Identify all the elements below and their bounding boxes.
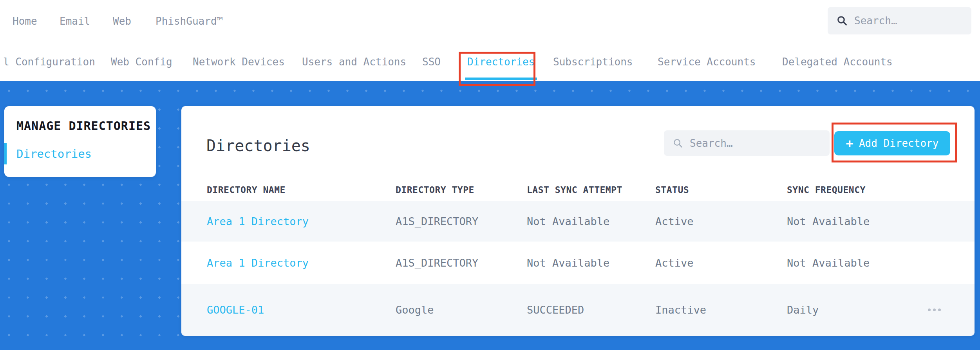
side-panel: MANAGE DIRECTORIES Directories <box>4 106 156 177</box>
ellipsis-icon <box>928 309 931 311</box>
status-cell: Inactive <box>655 304 787 316</box>
nav-item-phishguard[interactable]: PhishGuard™ <box>155 0 223 42</box>
ellipsis-icon <box>938 309 941 311</box>
nav-item-email[interactable]: Email <box>60 0 90 42</box>
secondary-tab-bar: l Configuration Web Config Network Devic… <box>0 43 980 81</box>
active-item-bar <box>4 143 7 164</box>
column-header-sync-frequency: SYNC FREQUENCY <box>787 185 926 195</box>
tab-network-devices[interactable]: Network Devices <box>193 43 285 81</box>
directory-type-cell: A1S_DIRECTORY <box>396 257 527 269</box>
tab-directories[interactable]: Directories <box>467 43 535 81</box>
global-search-input[interactable] <box>854 15 963 27</box>
sidebar-item-directories[interactable]: Directories <box>4 143 156 164</box>
tab-delegated-accounts[interactable]: Delegated Accounts <box>782 43 893 81</box>
tab-email-configuration[interactable]: l Configuration <box>3 43 95 81</box>
column-header-last-sync-attempt: LAST SYNC ATTEMPT <box>527 185 655 195</box>
status-cell: Active <box>655 257 787 269</box>
plus-icon: + <box>846 137 853 150</box>
last-sync-cell: SUCCEEDED <box>527 304 655 316</box>
tab-service-accounts[interactable]: Service Accounts <box>658 43 756 81</box>
directory-name-link[interactable]: Area 1 Directory <box>207 257 396 269</box>
tab-sso[interactable]: SSO <box>422 43 441 81</box>
directory-type-cell: Google <box>396 304 527 316</box>
last-sync-cell: Not Available <box>527 215 655 227</box>
directories-search[interactable] <box>664 130 830 156</box>
content-area: MANAGE DIRECTORIES Directories Directori… <box>0 81 980 350</box>
table-header-row: DIRECTORY NAME DIRECTORY TYPE LAST SYNC … <box>181 179 975 201</box>
directory-name-link[interactable]: GOOGLE-01 <box>207 304 396 316</box>
table-row: Area 1 Directory A1S_DIRECTORY Not Avail… <box>181 201 975 242</box>
sync-frequency-cell: Daily <box>787 304 926 316</box>
table-row: Area 1 Directory A1S_DIRECTORY Not Avail… <box>181 242 975 284</box>
top-nav-bar: Home Email Web PhishGuard™ <box>0 0 980 42</box>
add-directory-button[interactable]: + Add Directory <box>834 131 950 155</box>
directories-search-input[interactable] <box>690 137 821 149</box>
row-actions-button[interactable] <box>926 305 942 314</box>
sidebar-item-label: Directories <box>16 147 92 161</box>
directories-panel: Directories + Add Directory DIRECTORY NA… <box>181 106 975 336</box>
table-row: GOOGLE-01 Google SUCCEEDED Inactive Dail… <box>181 284 975 336</box>
status-cell: Active <box>655 215 787 227</box>
side-panel-title: MANAGE DIRECTORIES <box>16 119 151 133</box>
last-sync-cell: Not Available <box>527 257 655 269</box>
global-search[interactable] <box>828 7 971 34</box>
sync-frequency-cell: Not Available <box>787 257 926 269</box>
ellipsis-icon <box>933 309 936 311</box>
directory-type-cell: A1S_DIRECTORY <box>396 215 527 227</box>
tab-web-config[interactable]: Web Config <box>111 43 172 81</box>
nav-item-home[interactable]: Home <box>13 0 37 42</box>
search-icon <box>673 138 683 149</box>
nav-item-web[interactable]: Web <box>113 0 131 42</box>
page-title: Directories <box>206 137 310 155</box>
sync-frequency-cell: Not Available <box>787 215 926 227</box>
column-header-directory-type: DIRECTORY TYPE <box>396 185 527 195</box>
column-header-directory-name: DIRECTORY NAME <box>207 185 396 195</box>
directory-name-link[interactable]: Area 1 Directory <box>207 215 396 227</box>
add-directory-label: Add Directory <box>859 137 939 149</box>
tab-users-and-actions[interactable]: Users and Actions <box>302 43 406 81</box>
tab-subscriptions[interactable]: Subscriptions <box>553 43 633 81</box>
search-icon <box>836 15 848 27</box>
column-header-status: STATUS <box>655 185 787 195</box>
